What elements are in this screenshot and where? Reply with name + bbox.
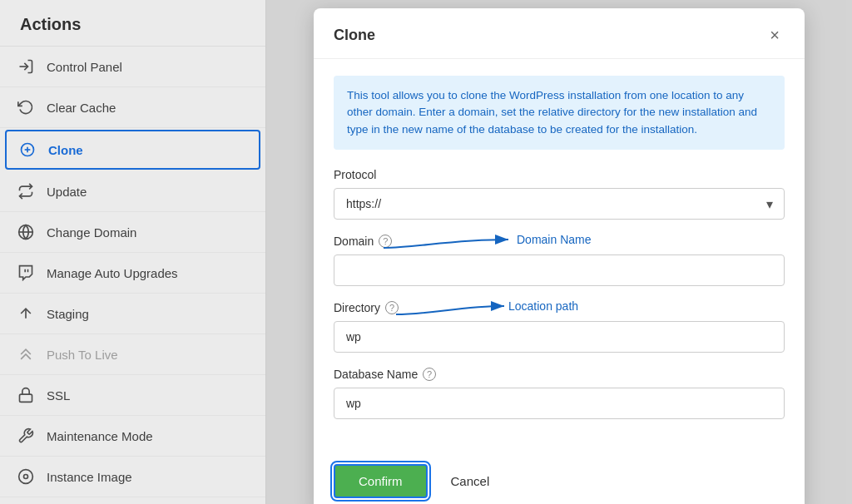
login-icon — [17, 57, 35, 76]
info-box: This tool allows you to clone the WordPr… — [334, 76, 785, 150]
sidebar-item-label: Instance Image — [47, 470, 132, 484]
domain-input[interactable] — [334, 254, 785, 286]
database-help-icon[interactable]: ? — [423, 368, 436, 381]
modal-overlay: Clone × This tool allows you to clone th… — [266, 0, 852, 504]
protocol-select[interactable]: https:// http:// — [334, 188, 785, 220]
database-label-row: Database Name ? — [334, 368, 785, 381]
sidebar-item-label: Push To Live — [47, 348, 118, 362]
sidebar-item-instance-image[interactable]: Instance Image — [0, 457, 265, 497]
directory-label-row: Directory ? Location path — [334, 301, 785, 314]
disk-icon — [17, 467, 35, 486]
svg-rect-7 — [20, 394, 32, 402]
directory-input[interactable] — [334, 321, 785, 353]
sidebar-item-clone[interactable]: Clone — [5, 130, 260, 170]
push-live-icon — [17, 345, 35, 363]
domain-field-group: Domain ? Domain Name — [334, 235, 785, 286]
wrench-icon — [17, 427, 35, 445]
directory-help-icon[interactable]: ? — [385, 301, 399, 314]
clone-icon — [18, 141, 37, 159]
sidebar: Actions Control Panel Clear Cache Clone — [0, 0, 266, 504]
sidebar-item-label: Staging — [47, 307, 89, 321]
sidebar-item-label: Clone — [48, 143, 83, 157]
domain-label-row: Domain ? Domain Name — [334, 235, 785, 248]
auto-upgrade-icon — [17, 264, 35, 282]
directory-field-group: Directory ? Location path — [334, 301, 785, 353]
sidebar-item-label: Update — [47, 185, 87, 199]
sidebar-item-label: Change Domain — [47, 225, 136, 240]
close-button[interactable]: × — [765, 25, 785, 45]
sidebar-item-push-to-live: Push To Live — [0, 334, 265, 375]
protocol-select-wrapper: https:// http:// ▾ — [334, 188, 785, 220]
domain-annotation-label: Domain Name — [517, 233, 591, 246]
sidebar-item-label: Manage Auto Upgrades — [47, 266, 178, 280]
update-icon — [17, 182, 35, 200]
sidebar-item-ssl[interactable]: SSL — [0, 375, 265, 416]
refresh-icon — [17, 98, 35, 116]
cancel-button[interactable]: Cancel — [438, 466, 503, 497]
staging-icon — [17, 304, 35, 323]
sidebar-item-label: Maintenance Mode — [47, 429, 153, 443]
sidebar-item-label: Clear Cache — [47, 101, 116, 115]
domain-help-icon[interactable]: ? — [379, 235, 392, 248]
clone-modal: Clone × This tool allows you to clone th… — [314, 8, 805, 504]
svg-point-8 — [19, 470, 33, 484]
sidebar-item-delete[interactable]: Delete — [0, 497, 265, 504]
database-field-group: Database Name ? — [334, 368, 785, 419]
svg-point-9 — [24, 475, 28, 479]
modal-header: Clone × — [314, 8, 805, 59]
sidebar-item-change-domain[interactable]: Change Domain — [0, 212, 265, 253]
sidebar-item-manage-auto-upgrades[interactable]: Manage Auto Upgrades — [0, 253, 265, 294]
sidebar-title: Actions — [0, 0, 265, 47]
sidebar-item-update[interactable]: Update — [0, 171, 265, 212]
protocol-field-group: Protocol https:// http:// ▾ — [334, 168, 785, 220]
sidebar-item-control-panel[interactable]: Control Panel — [0, 47, 265, 87]
modal-body: This tool allows you to clone the WordPr… — [314, 59, 805, 451]
confirm-button[interactable]: Confirm — [334, 464, 428, 498]
directory-annotation-label: Location path — [508, 299, 578, 313]
sidebar-item-clear-cache[interactable]: Clear Cache — [0, 87, 265, 128]
database-input[interactable] — [334, 388, 785, 419]
sidebar-item-label: SSL — [47, 388, 70, 403]
globe-icon — [17, 223, 35, 241]
sidebar-item-label: Control Panel — [47, 60, 122, 74]
lock-icon — [17, 386, 35, 404]
modal-title: Clone — [334, 27, 375, 44]
modal-footer: Confirm Cancel — [314, 451, 805, 504]
sidebar-item-maintenance-mode[interactable]: Maintenance Mode — [0, 416, 265, 457]
protocol-label: Protocol — [334, 168, 785, 181]
sidebar-item-staging[interactable]: Staging — [0, 294, 265, 334]
